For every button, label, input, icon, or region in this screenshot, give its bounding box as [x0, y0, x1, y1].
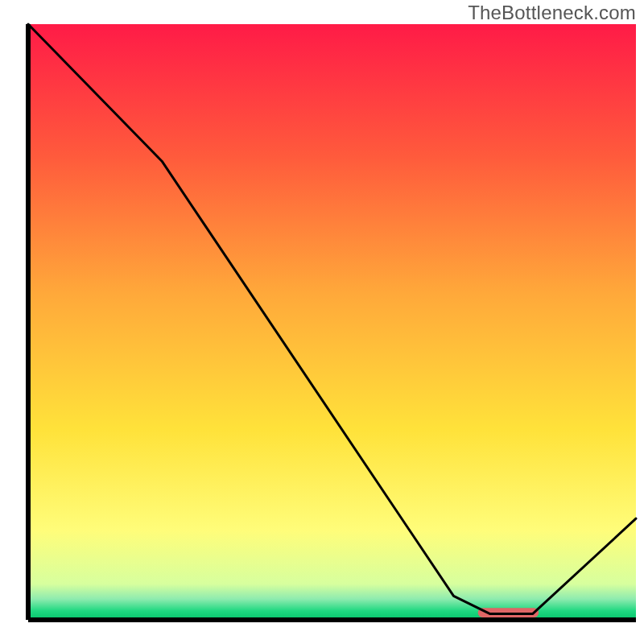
watermark-text: TheBottleneck.com [468, 2, 636, 24]
chart-gradient-background [28, 24, 636, 620]
bottleneck-chart [0, 0, 644, 644]
chart-container: TheBottleneck.com [0, 0, 644, 644]
